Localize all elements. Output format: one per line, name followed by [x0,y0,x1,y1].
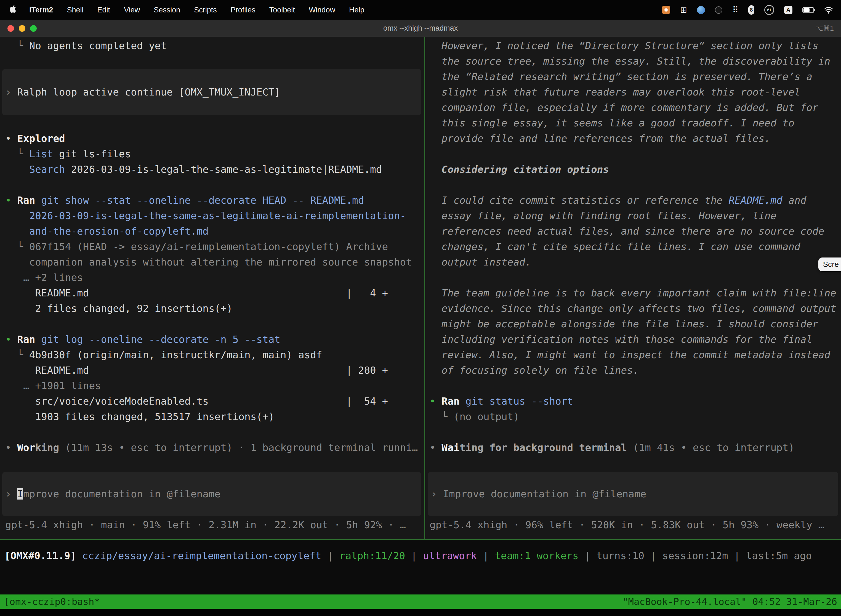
prompt-input-line: › Improve documentation in @filename [5,486,220,502]
menu-items: iTerm2ShellEditViewSessionScriptsProfile… [8,5,371,15]
right-pane[interactable]: However, I noticed the “Directory Struct… [425,37,841,539]
apple-menu[interactable] [8,5,22,15]
terminal-line: slight risk that future readers may over… [429,84,841,100]
input-source-icon[interactable]: A [784,6,793,14]
menu-item-view[interactable]: View [117,6,147,14]
zoom-button[interactable] [30,25,37,32]
window-shortcut-hint: ⌥⌘1 [815,24,834,32]
terminal-line: └ 067f154 (HEAD -> essay/ai-reimplementa… [5,239,424,254]
left-pane-status-line: gpt-5.4 xhigh · main · 91% left · 2.31M … [5,517,406,532]
menu-item-window[interactable]: Window [302,6,342,14]
blank-line [429,378,841,393]
terminal-line: evidence. Since this change only affects… [429,301,841,316]
traffic-lights [7,25,37,32]
tmux-session-window: [omx-cczip0:bash* [4,596,100,607]
terminal-line: 2 files changed, 92 insertions(+) [5,301,424,316]
battery-icon[interactable] [802,7,814,13]
terminal-line: … +1901 lines [5,378,424,393]
terminal-line: › Ralph loop active continue [OMX_TMUX_I… [5,84,418,100]
blank-line [429,146,841,162]
terminal-line: README.md | 280 + [5,363,424,378]
terminal-line: the “Related research writing” section i… [429,69,841,84]
terminal-line: └ List git ls-files [5,146,424,162]
menu-item-profiles[interactable]: Profiles [224,6,262,14]
pill-badge-icon[interactable]: 8 [748,5,755,15]
terminal-line: companion file, especially if more comme… [429,100,841,115]
blank-line [5,54,424,69]
menu-item-scripts[interactable]: Scripts [187,6,224,14]
terminal-line: this single essay, it seems like a good … [429,115,841,131]
left-pane[interactable]: └ No agents completed yet › Ralph loop a… [0,37,424,539]
terminal-line: Search 2026-03-09-is-legal-the-same-as-l… [5,162,424,177]
omx-status-line: [OMX#0.11.9] cczip/essay/ai-reimplementa… [0,540,841,563]
dark-app-icon[interactable] [715,6,722,14]
blank-line [429,270,841,285]
menu-item-shell[interactable]: Shell [60,6,91,14]
terminal-line: └ (no output) [429,409,841,424]
terminal-line: └ No agents completed yet [5,38,424,54]
menu-item-iterm2[interactable]: iTerm2 [22,6,60,14]
terminal-line: The team guideline is to back every impo… [429,285,841,301]
terminal-line: of focusing solely on file lines. [429,363,841,378]
right-prompt-input[interactable]: › Improve documentation in @filename [428,472,838,516]
blank-line [429,424,841,440]
terminal-line: companion analysis without altering the … [5,254,424,270]
terminal-line: • Waiting for background terminal (1m 41… [429,440,841,455]
menu-item-session[interactable]: Session [147,6,187,14]
blank-line [5,177,424,193]
left-prompt-input[interactable]: › Improve documentation in @filename [2,472,421,516]
terminal-line: I could cite commit statistics or refere… [429,193,841,208]
menu-item-help[interactable]: Help [342,6,371,14]
blank-line [5,115,424,131]
terminal-line: • Ran git log --oneline --decorate -n 5 … [5,332,424,347]
window-title-bar: omx --xhigh --madmax ⌥⌘1 [0,20,841,37]
terminal-line: including verification notes with those … [429,332,841,347]
menu-status-area: ⊞ ⠿ 8 61 A [662,5,833,15]
left-pane-output: └ No agents completed yet › Ralph loop a… [0,37,424,455]
macos-menu-bar: iTerm2ShellEditViewSessionScriptsProfile… [0,0,841,20]
tmux-host-clock: "MacBook-Pro-44.local" 04:52 31-Mar-26 [623,596,837,607]
close-button[interactable] [7,25,14,32]
screen-recording-indicator-icon[interactable] [662,6,670,14]
terminal-line: • Ran git status --short [429,393,841,409]
screen-edge-button[interactable]: Scre [818,258,841,271]
terminal-line: changes, I can't cite specific file line… [429,239,841,254]
terminal-line: the source tree, missing the essay. Stil… [429,54,841,69]
blank-line [5,316,424,332]
terminal-line: • Ran git show --stat --oneline --decora… [5,193,424,208]
wifi-icon[interactable] [824,6,833,14]
battery-percent-ring-icon[interactable]: 61 [764,5,774,15]
terminal-line: • Working (11m 13s • esc to interrupt) ·… [5,440,424,455]
terminal-line: essay file, along with finding root file… [429,208,841,224]
terminal-line: 2026-03-09-is-legal-the-same-as-legitima… [5,208,424,224]
terminal-line: README.md | 4 + [5,285,424,301]
window-manager-icon[interactable]: ⊞ [680,6,687,14]
terminal-line: review. Also, I might want to inspect th… [429,347,841,363]
menu-item-toolbelt[interactable]: Toolbelt [262,6,302,14]
terminal-line: However, I noticed the “Directory Struct… [429,38,841,54]
omx-status-bar: [OMX#0.11.9] cczip/essay/ai-reimplementa… [0,539,841,594]
right-pane-output: However, I noticed the “Directory Struct… [425,37,841,455]
terminal-line: references need actual files, and since … [429,224,841,239]
battery-fill [803,8,810,12]
tmux-status-bar: [omx-cczip0:bash* "MacBook-Pro-44.local"… [0,594,841,609]
terminal-line: Considering citation options [429,162,841,177]
apple-logo-icon [9,5,16,15]
grid-dots-icon[interactable]: ⠿ [732,6,738,14]
terminal-line: └ 4b9d30f (origin/main, instructkr/main,… [5,347,424,363]
terminal-line: src/voice/voiceModeEnabled.ts | 54 + [5,393,424,409]
terminal-line: … +2 lines [5,270,424,285]
terminal-line: output instead. [429,254,841,270]
terminal-line: and-the-erosion-of-copyleft.md [5,224,424,239]
window-title: omx --xhigh --madmax [383,24,458,32]
terminal-line: provide file and line references from th… [429,131,841,146]
prompt-input-line: › Improve documentation in @filename [431,486,646,502]
menu-item-edit[interactable]: Edit [91,6,117,14]
blank-line [5,424,424,440]
terminal-line: • Explored [5,131,424,146]
blue-app-icon[interactable] [697,6,705,14]
terminal-line: might be acceptable alongside the file l… [429,316,841,332]
inject-banner: › Ralph loop active continue [OMX_TMUX_I… [2,69,421,115]
minimize-button[interactable] [19,25,25,32]
right-pane-status-line: gpt-5.4 xhigh · 96% left · 520K in · 5.8… [429,517,824,532]
